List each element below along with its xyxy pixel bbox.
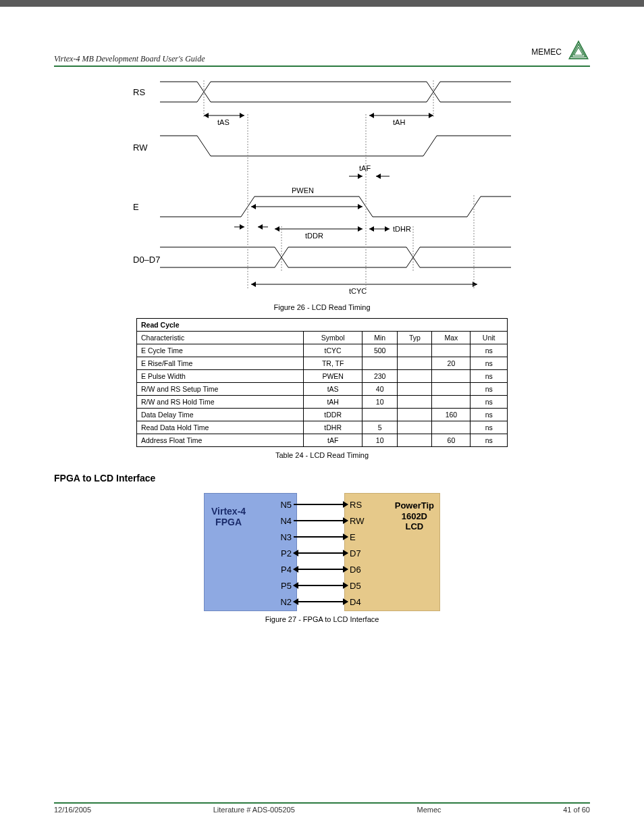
section-title: FPGA to LCD Interface: [54, 473, 590, 484]
svg-text:tCYC: tCYC: [349, 287, 367, 295]
table-row: R/W and RS Hold TimetAH10ns: [137, 396, 508, 409]
lcd-pin: D6: [348, 565, 368, 575]
connection-N3: N3E: [273, 529, 368, 544]
fpga-pin: N3: [273, 532, 294, 542]
connection-P2: P2D7: [273, 546, 368, 561]
table-row: Data Delay TimetDDR160ns: [137, 409, 508, 421]
table-row: E Pulse WidthPWEN230ns: [137, 370, 508, 383]
connection-N4: N4RW: [273, 513, 368, 528]
svg-marker-50: [275, 226, 279, 232]
svg-marker-70: [473, 282, 477, 287]
fpga-pin: P4: [273, 565, 294, 575]
fpga-pin: N4: [273, 516, 294, 526]
lcd-label: PowerTip 1602D LCD: [395, 500, 434, 532]
svg-marker-54: [369, 226, 374, 232]
figure-27-caption: Figure 27 - FPGA to LCD Interface: [54, 615, 590, 623]
table-row: Address Float TimetAF1060ns: [137, 434, 508, 447]
svg-line-26: [423, 136, 437, 156]
figure-26-caption: Figure 26 - LCD Read Timing: [54, 303, 590, 311]
svg-text:tAF: tAF: [359, 164, 371, 172]
document-page: Virtex-4 MB Development Board User's Gui…: [0, 7, 644, 834]
svg-marker-55: [385, 226, 390, 232]
lcd-pin: D5: [348, 581, 368, 591]
brand-logo-icon: [567, 39, 590, 64]
lcd-pin: RS: [348, 500, 368, 510]
svg-marker-31: [376, 174, 381, 179]
wire-arrow-icon: [294, 569, 348, 570]
page-footer: 12/16/2005 Literature # ADS-005205 Memec…: [54, 802, 590, 814]
svg-text:E: E: [133, 202, 139, 212]
svg-text:D0–D7: D0–D7: [133, 255, 160, 265]
svg-text:tDHR: tDHR: [393, 225, 411, 233]
footer-page: 41 of 60: [563, 806, 590, 814]
fpga-pin: N2: [273, 597, 294, 607]
lcd-pin: D4: [348, 597, 368, 607]
timing-diagram: RS tAS tAH RW: [133, 75, 511, 298]
lcd-pin: RW: [348, 516, 368, 526]
svg-text:tAH: tAH: [393, 118, 405, 126]
fpga-pin: N5: [273, 500, 294, 510]
footer-date: 12/16/2005: [54, 806, 91, 814]
svg-marker-43: [358, 204, 363, 209]
fpga-pin: P2: [273, 548, 294, 558]
table-row: E Rise/Fall TimeTR, TF20ns: [137, 357, 508, 370]
connection-N5: N5RS: [273, 497, 368, 512]
svg-text:RS: RS: [133, 87, 145, 97]
svg-marker-20: [429, 113, 433, 118]
table-row: Read Data Hold TimetDHR5ns: [137, 421, 508, 434]
table-title: Read Cycle: [137, 319, 508, 332]
svg-marker-19: [369, 113, 374, 118]
svg-marker-29: [358, 174, 363, 179]
table-header-row: Characteristic Symbol Min Typ Max Unit: [137, 332, 508, 344]
page-header: Virtex-4 MB Development Board User's Gui…: [54, 39, 590, 67]
svg-text:RW: RW: [133, 142, 148, 153]
table-24-caption: Table 24 - LCD Read Timing: [54, 451, 590, 459]
svg-marker-42: [251, 204, 256, 209]
svg-text:tDDR: tDDR: [305, 232, 323, 240]
svg-marker-69: [251, 282, 256, 287]
connection-N2: N2D4: [273, 594, 368, 609]
footer-company: Memec: [417, 806, 441, 814]
wire-arrow-icon: [294, 504, 348, 505]
svg-marker-16: [240, 113, 244, 118]
svg-text:tAS: tAS: [217, 118, 230, 126]
svg-text:PWEN: PWEN: [292, 186, 314, 194]
svg-marker-51: [358, 226, 363, 232]
connection-P4: P4D6: [273, 562, 368, 577]
timing-svg: RS tAS tAH RW: [133, 75, 511, 298]
wire-arrow-icon: [294, 601, 348, 602]
wire-arrow-icon: [294, 585, 348, 586]
wire-arrow-icon: [294, 552, 348, 554]
brand-text: MEMEC: [531, 47, 562, 57]
svg-line-24: [197, 136, 211, 156]
header-brand: MEMEC: [531, 39, 590, 64]
table-row: E Cycle TimetCYC500ns: [137, 344, 508, 357]
lcd-pin: D7: [348, 548, 368, 558]
footer-lit: Literature # ADS-005205: [213, 806, 295, 814]
block-diagram: Virtex-4 FPGA PowerTip 1602D LCD N5RSN4R…: [54, 493, 590, 611]
wire-arrow-icon: [294, 520, 348, 521]
header-doc-title: Virtex-4 MB Development Board User's Gui…: [54, 54, 205, 64]
fpga-label: Virtex-4 FPGA: [211, 506, 246, 527]
connection-P5: P5D5: [273, 578, 368, 593]
svg-marker-15: [204, 113, 209, 118]
svg-marker-48: [258, 224, 263, 230]
lcd-pin: E: [348, 532, 368, 542]
read-cycle-table: Read Cycle Characteristic Symbol Min Typ…: [136, 318, 508, 447]
table-row: R/W and RS Setup TimetAS40ns: [137, 383, 508, 396]
wire-arrow-icon: [294, 536, 348, 538]
svg-marker-46: [240, 224, 244, 230]
fpga-pin: P5: [273, 581, 294, 591]
